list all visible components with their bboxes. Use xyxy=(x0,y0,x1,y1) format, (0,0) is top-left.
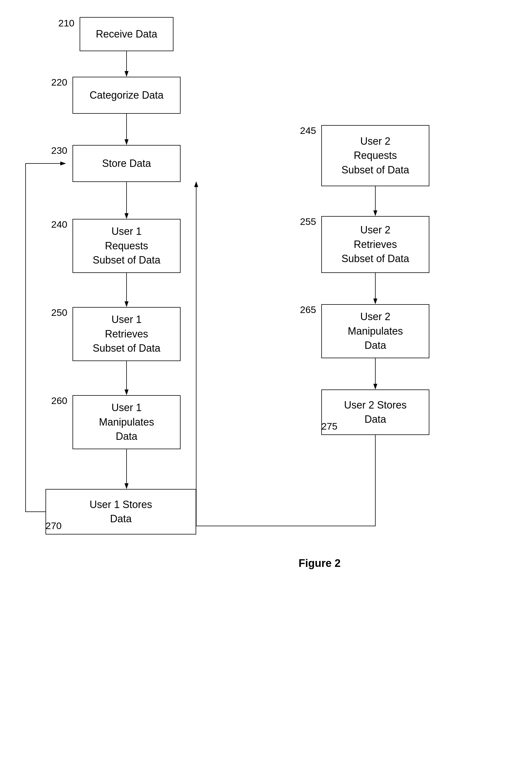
label-210: 210 xyxy=(58,18,74,29)
label-275: 275 xyxy=(321,421,338,432)
label-245: 245 xyxy=(300,125,316,136)
figure-label: Figure 2 xyxy=(299,557,341,570)
diagram-container: Receive Data 210 Categorize Data 220 Sto… xyxy=(0,0,532,775)
box-user2-requests: User 2RequestsSubset of Data xyxy=(321,125,429,186)
box-user2-stores: User 2 StoresData xyxy=(321,390,429,435)
box-user1-stores: User 1 StoresData xyxy=(45,489,196,535)
label-250: 250 xyxy=(51,307,67,318)
label-260: 260 xyxy=(51,395,67,406)
label-240: 240 xyxy=(51,219,67,230)
box-store-data: Store Data xyxy=(72,145,180,182)
label-255: 255 xyxy=(300,216,316,227)
label-265: 265 xyxy=(300,304,316,315)
box-receive-data: Receive Data xyxy=(80,17,173,51)
box-user2-manipulates: User 2ManipulatesData xyxy=(321,304,429,358)
label-220: 220 xyxy=(51,77,67,88)
box-user2-retrieves: User 2RetrievesSubset of Data xyxy=(321,216,429,273)
label-270: 270 xyxy=(45,520,62,531)
label-230: 230 xyxy=(51,145,67,156)
box-user1-retrieves: User 1RetrievesSubset of Data xyxy=(72,307,180,361)
box-categorize-data: Categorize Data xyxy=(72,77,180,114)
diagram-svg xyxy=(0,0,532,775)
box-user1-manipulates: User 1ManipulatesData xyxy=(72,395,180,449)
box-user1-requests: User 1RequestsSubset of Data xyxy=(72,219,180,273)
